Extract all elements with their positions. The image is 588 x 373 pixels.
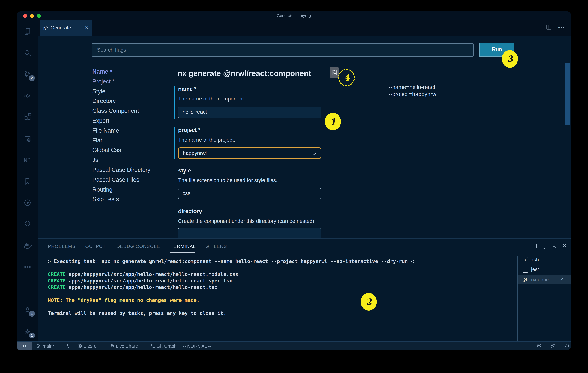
live-share-icon (110, 344, 114, 348)
style-select[interactable]: css (178, 188, 321, 199)
terminal-tab-underline (170, 252, 195, 253)
field-list-item[interactable]: Export (92, 117, 150, 127)
search-flags-input[interactable] (92, 43, 474, 56)
name-input[interactable]: hello-react (178, 107, 321, 118)
warnings-icon (88, 344, 93, 348)
field-name: name * The name of the component. hello-… (178, 86, 322, 92)
field-list: Name * Project * Style Directory Class C… (92, 68, 150, 206)
testing-icon[interactable] (22, 219, 32, 229)
field-list-item[interactable]: Skip Tests (92, 196, 150, 206)
chevron-down-icon (312, 151, 316, 155)
source-control-icon[interactable]: 2 (22, 69, 32, 79)
remote-indicator[interactable]: >< (17, 342, 32, 350)
generator-heading: nx generate @nrwl/react:component (178, 69, 311, 78)
extensions-icon[interactable] (22, 111, 32, 122)
tab-terminal[interactable]: TERMINAL (170, 243, 196, 249)
command-flags-preview: --name=hello-react--project=happynrwl (388, 84, 437, 98)
style-label: style (178, 167, 322, 174)
nx-console-icon[interactable]: N≥ (22, 155, 32, 165)
required-bar-project (174, 127, 175, 159)
bookmarks-icon[interactable] (22, 176, 32, 187)
field-list-item[interactable]: Directory (92, 98, 150, 108)
task-success-check-icon: ✓ (560, 276, 564, 283)
required-bar-name (174, 86, 175, 119)
git-branch-icon (37, 344, 41, 348)
activity-bar: 2 N≥ (17, 20, 38, 341)
tab-bar: N≥ Generate ✕ ••• (38, 20, 571, 35)
directory-input[interactable] (178, 228, 321, 238)
project-select[interactable]: happynrwl (178, 147, 321, 159)
editor-more-actions-icon[interactable]: ••• (558, 25, 565, 31)
terminal-dropdown-icon[interactable] (542, 244, 546, 252)
name-label: name * (178, 86, 322, 92)
field-list-item[interactable]: Flat (92, 137, 150, 147)
name-desc: The name of the component. (178, 96, 245, 102)
project-desc: The name of the project. (178, 137, 235, 143)
directory-desc: Create the component under this director… (178, 218, 316, 224)
field-list-item[interactable]: Class Component (92, 108, 150, 117)
field-directory: directory Create the component under thi… (178, 208, 322, 215)
more-views-icon[interactable] (22, 262, 32, 272)
docker-icon[interactable] (22, 240, 32, 251)
tab-problems[interactable]: PROBLEMS (48, 243, 76, 249)
terminal-icon: > (523, 266, 528, 272)
field-list-item[interactable]: File Name (92, 127, 150, 137)
sync-icon[interactable] (65, 342, 70, 350)
field-list-item[interactable]: Pascal Case Files (92, 176, 150, 186)
project-label: project * (178, 127, 322, 133)
git-graph-item[interactable]: Git Graph (151, 342, 177, 350)
feedback-icon[interactable] (550, 342, 556, 350)
maximize-panel-icon[interactable] (552, 243, 557, 251)
screen: Generate — myorg 2 (0, 0, 588, 373)
gitlens-icon[interactable] (22, 197, 32, 208)
field-list-item[interactable]: Js (92, 157, 150, 166)
copy-command-button[interactable] (329, 67, 339, 77)
settings-badge: 1 (29, 332, 35, 338)
style-desc: The file extension to be used for style … (178, 177, 277, 184)
problems-item[interactable]: 0 0 (77, 342, 96, 350)
split-editor-icon[interactable] (546, 24, 552, 32)
remote-explorer-icon[interactable] (22, 133, 32, 144)
accounts-icon[interactable]: 1 (22, 305, 32, 315)
editor-scrollbar[interactable] (566, 63, 570, 125)
vim-mode-indicator: -- NORMAL -- (183, 342, 211, 350)
terminal-output: > Executing task: npx nx generate @nrwl/… (48, 258, 414, 317)
chevron-down-icon (313, 191, 316, 195)
titlebar: Generate — myorg (17, 11, 571, 20)
field-list-item[interactable]: Style (92, 88, 150, 98)
field-list-item[interactable]: Global Css (92, 147, 150, 157)
annotation-2: 2 (361, 293, 377, 311)
status-bar: >< main* 0 0 Live Share Git Graph (17, 341, 571, 350)
source-control-badge: 2 (29, 75, 35, 81)
errors-icon (77, 344, 82, 348)
new-terminal-icon[interactable]: + (534, 242, 539, 250)
tab-label: Generate (51, 25, 71, 31)
bottom-panel: PROBLEMS OUTPUT DEBUG CONSOLE TERMINAL G… (38, 238, 571, 341)
git-branch-item[interactable]: main* (37, 342, 54, 350)
terminal-session-jest[interactable]: > jest (518, 265, 571, 274)
tab-debug-console[interactable]: DEBUG CONSOLE (116, 243, 160, 249)
window-title: Generate — myorg (17, 11, 571, 20)
explorer-icon[interactable] (22, 26, 32, 37)
field-list-item[interactable]: Name * (92, 68, 150, 78)
tab-gitlens[interactable]: GITLENS (205, 243, 227, 249)
generate-editor: Run Name * Project * Style Directory Cla… (38, 35, 571, 238)
field-project: project * The name of the project. happy… (178, 127, 322, 133)
live-share-item[interactable]: Live Share (110, 342, 138, 350)
tab-output[interactable]: OUTPUT (85, 243, 106, 249)
close-panel-icon[interactable]: ✕ (562, 242, 567, 249)
tab-close-icon[interactable]: ✕ (85, 25, 89, 31)
search-icon[interactable] (22, 48, 32, 58)
notifications-bell-icon[interactable] (565, 342, 570, 350)
accounts-badge: 1 (29, 311, 35, 317)
tab-generate[interactable]: N≥ Generate ✕ (40, 20, 92, 35)
terminal-session-zsh[interactable]: > zsh (518, 255, 571, 264)
field-list-item[interactable]: Pascal Case Directory (92, 166, 150, 176)
directory-label: directory (178, 208, 322, 215)
annotation-4: 4 (338, 69, 355, 86)
settings-gear-icon[interactable]: 1 (22, 326, 32, 337)
field-list-item[interactable]: Routing (92, 186, 150, 196)
run-debug-icon[interactable] (22, 90, 32, 101)
octoface-icon[interactable] (536, 342, 542, 350)
field-list-item[interactable]: Project * (92, 78, 150, 88)
